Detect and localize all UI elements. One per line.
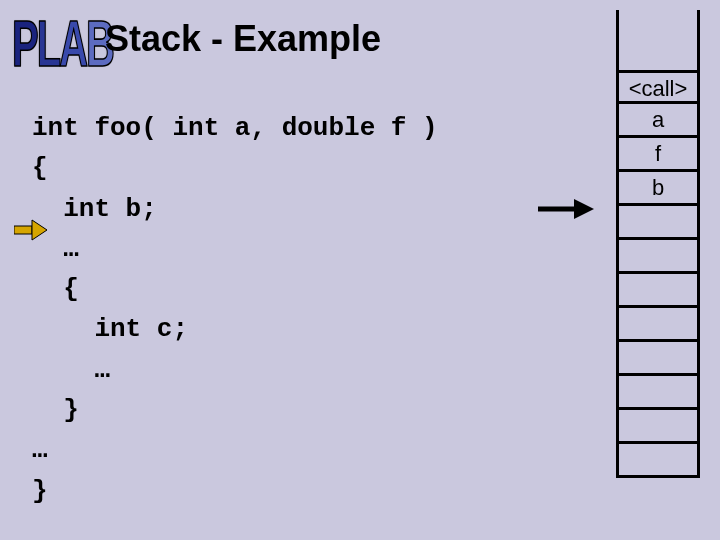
- stack-diagram: <call> a f b: [616, 10, 700, 478]
- stack-cell: [616, 240, 700, 274]
- stack-cell: f: [616, 138, 700, 172]
- svg-rect-2: [14, 226, 32, 234]
- stack-cell: [616, 206, 700, 240]
- stack-cell: [616, 342, 700, 376]
- stack-open-top: [616, 10, 700, 70]
- stack-cell: <call>: [616, 70, 700, 104]
- code-line-1: int foo( int a, double f ): [32, 113, 438, 143]
- code-line-8: }: [32, 395, 79, 425]
- code-block: int foo( int a, double f ) { int b; … { …: [32, 108, 438, 511]
- code-line-10: }: [32, 476, 48, 506]
- svg-marker-1: [574, 199, 594, 219]
- logo-letter-a: A: [59, 8, 86, 78]
- code-line-2: {: [32, 153, 48, 183]
- code-line-7: …: [32, 355, 110, 385]
- stack-cell: [616, 274, 700, 308]
- stack-cell: b: [616, 172, 700, 206]
- logo-letter-p: P: [12, 8, 37, 78]
- arrow-right-icon: [536, 196, 596, 222]
- logo-letter-l: L: [37, 8, 59, 78]
- stack-cell: a: [616, 104, 700, 138]
- stack-cell: [616, 376, 700, 410]
- code-line-6: int c;: [32, 314, 188, 344]
- stack-cell: [616, 444, 700, 478]
- stack-cell: [616, 308, 700, 342]
- page-title: Stack - Example: [105, 18, 381, 60]
- plab-logo: PLAB: [12, 8, 113, 80]
- svg-marker-3: [32, 220, 47, 240]
- arrow-right-icon: [14, 219, 48, 241]
- code-line-5: {: [32, 274, 79, 304]
- code-line-3: int b;: [32, 194, 157, 224]
- code-line-9: …: [32, 435, 48, 465]
- stack-cell: [616, 410, 700, 444]
